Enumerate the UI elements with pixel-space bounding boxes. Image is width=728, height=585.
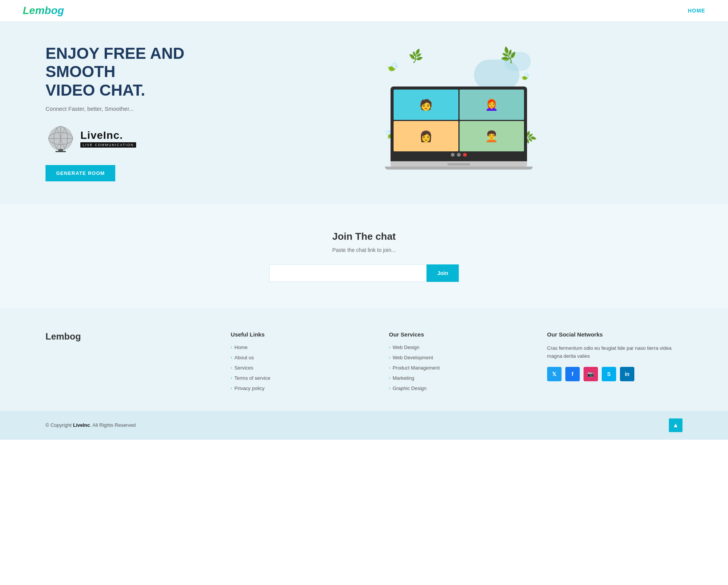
join-section: Join The chat Paste the chat link to joi… <box>0 204 728 308</box>
social-title: Our Social Networks <box>547 331 682 338</box>
skype-button[interactable]: S <box>602 367 616 381</box>
laptop-keyboard-bar <box>391 161 527 167</box>
join-form: Join <box>269 264 459 282</box>
footer-services: Our Services › Web Design › Web Developm… <box>389 331 524 396</box>
arrow-icon-s3: › <box>389 365 391 370</box>
footer-top: Lembog Useful Links › Home › About us › … <box>46 331 682 396</box>
join-subtitle: Paste the chat link to join... <box>15 247 713 253</box>
linkedin-icon: in <box>625 371 629 377</box>
footer-bottom: © Copyright LiveInc. All Rights Reserved… <box>0 411 728 440</box>
globe-icon <box>46 123 76 154</box>
instagram-icon: 📷 <box>587 371 594 377</box>
twitter-icon: 𝕏 <box>552 371 556 377</box>
chevron-up-icon: ▲ <box>673 422 679 429</box>
footer-brand-name: Lembog <box>46 331 208 342</box>
control-dot-2 <box>457 153 461 157</box>
hero-content: ENJOY FREE AND SMOOTH VIDEO CHAT. Connec… <box>46 44 235 181</box>
arrow-icon-4: › <box>231 376 232 380</box>
arrow-icon-s2: › <box>389 355 391 360</box>
nav-home[interactable]: HOME <box>688 8 705 14</box>
control-dot-red <box>463 153 467 157</box>
footer-link-about[interactable]: › About us <box>231 355 366 360</box>
arrow-icon-3: › <box>231 365 232 370</box>
join-title: Join The chat <box>15 231 713 242</box>
facebook-button[interactable]: f <box>565 367 580 381</box>
laptop-base <box>385 167 533 170</box>
laptop-illustration: 🧑 👩‍🦰 👩 🧑‍🦱 <box>391 86 527 170</box>
footer-brand: Lembog <box>46 331 208 396</box>
arrow-icon-2: › <box>231 355 232 360</box>
footer: Lembog Useful Links › Home › About us › … <box>0 308 728 440</box>
hero-illustration: 🌿 🍃 🌿 🍃 🌿 🍃 🧑 👩‍🦰 👩 🧑‍🦱 <box>235 48 682 177</box>
chat-link-input[interactable] <box>269 264 427 282</box>
linkedin-button[interactable]: in <box>620 367 634 381</box>
footer-service-product[interactable]: › Product Management <box>389 365 524 371</box>
footer-link-services[interactable]: › Services <box>231 365 366 371</box>
liveinc-brand: LiveInc. LIVE COMMUNICATION <box>80 129 136 148</box>
hero-title: ENJOY FREE AND SMOOTH VIDEO CHAT. <box>46 44 235 99</box>
svg-rect-8 <box>55 151 66 152</box>
instagram-button[interactable]: 📷 <box>584 367 598 381</box>
services-title: Our Services <box>389 331 524 338</box>
arrow-icon-s5: › <box>389 386 391 390</box>
video-cell-3: 👩 <box>394 121 458 151</box>
join-button[interactable]: Join <box>427 264 459 282</box>
footer-service-webdev[interactable]: › Web Development <box>389 355 524 360</box>
footer-service-marketing[interactable]: › Marketing <box>389 375 524 381</box>
footer-link-home[interactable]: › Home <box>231 344 366 350</box>
social-description: Cras fermentum odio eu feugiat lide par … <box>547 344 682 360</box>
video-grid: 🧑 👩‍🦰 👩 🧑‍🦱 <box>394 90 524 151</box>
social-icons: 𝕏 f 📷 S in <box>547 367 682 381</box>
hero-subtitle: Connect Faster, better, Smoother... <box>46 105 235 112</box>
hero-section: ENJOY FREE AND SMOOTH VIDEO CHAT. Connec… <box>0 22 728 204</box>
footer-link-privacy[interactable]: › Privacy policy <box>231 385 366 391</box>
video-cell-1: 🧑 <box>394 90 458 120</box>
video-cell-4: 🧑‍🦱 <box>460 121 524 151</box>
video-cell-2: 👩‍🦰 <box>460 90 524 120</box>
control-dot-1 <box>451 153 455 157</box>
liveinc-badge: LiveInc. LIVE COMMUNICATION <box>46 123 235 154</box>
twitter-button[interactable]: 𝕏 <box>547 367 562 381</box>
arrow-icon-s1: › <box>389 345 391 349</box>
leaf-1: 🌿 <box>408 48 424 64</box>
navbar: Lembog HOME <box>0 0 728 22</box>
footer-link-terms[interactable]: › Terms of service <box>231 375 366 381</box>
skype-icon: S <box>607 371 610 377</box>
leaf-4: 🍃 <box>519 69 532 83</box>
copyright-text: © Copyright LiveInc. All Rights Reserved <box>46 422 136 428</box>
leaf-2: 🍃 <box>384 57 402 75</box>
scroll-to-top-button[interactable]: ▲ <box>669 418 682 432</box>
arrow-icon-1: › <box>231 345 232 349</box>
footer-useful-links: Useful Links › Home › About us › Service… <box>231 331 366 396</box>
arrow-icon-5: › <box>231 386 232 390</box>
footer-social: Our Social Networks Cras fermentum odio … <box>547 331 682 396</box>
arrow-icon-s4: › <box>389 376 391 380</box>
footer-service-webdesign[interactable]: › Web Design <box>389 344 524 350</box>
logo: Lembog <box>23 5 64 17</box>
useful-links-title: Useful Links <box>231 331 366 338</box>
generate-room-button[interactable]: GENERATE ROOM <box>46 165 115 181</box>
footer-service-graphic[interactable]: › Graphic Design <box>389 385 524 391</box>
facebook-icon: f <box>572 371 574 377</box>
